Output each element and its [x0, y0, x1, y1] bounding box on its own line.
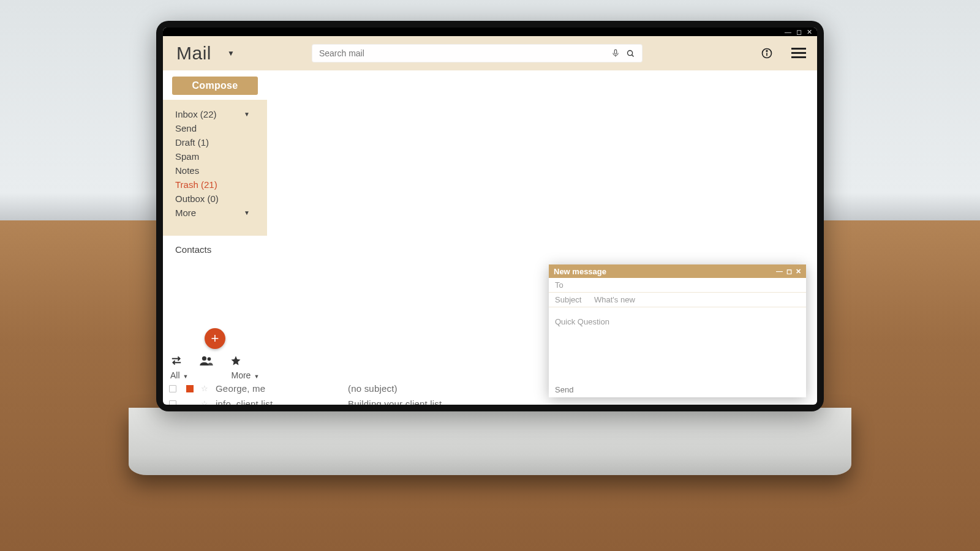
sidebar-item-more[interactable]: More▼: [175, 207, 261, 219]
svg-rect-6: [791, 48, 806, 50]
svg-rect-8: [791, 56, 806, 58]
sidebar-item-label: Inbox (22): [175, 109, 217, 119]
window-titlebar: — ◻ ✕: [163, 28, 817, 36]
sidebar-item-draft[interactable]: Draft (1): [175, 137, 261, 148]
row-checkbox[interactable]: [169, 385, 176, 392]
svg-point-5: [766, 50, 767, 51]
compose-close-button[interactable]: ✕: [796, 268, 801, 276]
window-minimize-button[interactable]: —: [785, 29, 791, 36]
sidebar: Compose Inbox (22)▼SendDraft (1)SpamNote…: [163, 70, 267, 370]
sidebar-item-contacts[interactable]: Contacts: [175, 244, 267, 255]
compose-minimize-button[interactable]: —: [776, 268, 783, 276]
compose-body[interactable]: Quick Question: [549, 307, 806, 381]
filter-all-dropdown[interactable]: All▼: [170, 370, 188, 380]
search-bar[interactable]: [312, 44, 643, 62]
app-title: Mail: [176, 43, 211, 64]
compose-subject-label: Subject: [555, 295, 583, 304]
people-icon[interactable]: [200, 355, 213, 366]
sidebar-item-trash[interactable]: Trash (21): [175, 179, 261, 190]
row-sender: George, me: [216, 383, 344, 394]
folder-list: Inbox (22)▼SendDraft (1)SpamNotesTrash (…: [163, 100, 267, 236]
chevron-down-icon: ▼: [244, 111, 250, 118]
sidebar-item-label: Outbox (0): [175, 193, 219, 204]
sidebar-item-spam[interactable]: Spam: [175, 151, 261, 162]
svg-line-2: [631, 54, 633, 56]
row-checkbox[interactable]: [169, 400, 176, 405]
svg-rect-0: [614, 50, 617, 54]
window-close-button[interactable]: ✕: [807, 29, 812, 36]
compose-button[interactable]: Compose: [172, 77, 258, 95]
filter-more-dropdown[interactable]: More▼: [231, 370, 259, 380]
table-row[interactable]: ☆info, client listBuilding your client l…: [163, 396, 817, 405]
sidebar-item-notes[interactable]: Notes: [175, 165, 261, 176]
compose-popup-title: New message: [554, 267, 606, 276]
header: Mail ▼: [163, 36, 817, 70]
fab-new-button[interactable]: +: [205, 328, 225, 349]
row-subject: Building your client list: [348, 399, 812, 405]
swap-icon[interactable]: [170, 355, 183, 366]
svg-point-1: [627, 50, 632, 55]
row-sender: info, client list: [216, 399, 344, 405]
chevron-down-icon: ▼: [244, 209, 250, 216]
sidebar-item-label: Notes: [175, 165, 199, 176]
compose-subject-field[interactable]: What's new: [594, 295, 635, 304]
info-icon[interactable]: [761, 47, 773, 59]
window-maximize-button[interactable]: ◻: [796, 29, 802, 36]
svg-rect-7: [791, 52, 806, 54]
compose-send-button[interactable]: Send: [555, 385, 573, 394]
menu-icon[interactable]: [791, 48, 806, 59]
sidebar-item-send[interactable]: Send: [175, 122, 261, 134]
row-marker: [186, 400, 194, 405]
row-marker: [186, 385, 194, 392]
row-star-icon[interactable]: ☆: [201, 384, 212, 393]
sidebar-item-label: More: [175, 208, 196, 218]
compose-maximize-button[interactable]: ◻: [786, 268, 792, 276]
search-icon[interactable]: [626, 49, 635, 58]
search-input[interactable]: [319, 48, 605, 58]
sidebar-item-label: Trash (21): [175, 179, 217, 190]
row-star-icon[interactable]: ☆: [201, 399, 212, 405]
compose-popup: New message — ◻ ✕ To Subject What's new: [549, 264, 806, 397]
sidebar-item-label: Draft (1): [175, 137, 209, 148]
sidebar-item-label: Send: [175, 123, 197, 133]
svg-point-9: [202, 356, 206, 361]
sidebar-item-outbox[interactable]: Outbox (0): [175, 193, 261, 204]
svg-point-10: [208, 357, 211, 361]
sidebar-item-inbox[interactable]: Inbox (22)▼: [175, 108, 261, 120]
app-dropdown-icon[interactable]: ▼: [227, 49, 235, 58]
compose-to-label: To: [555, 280, 583, 290]
star-icon[interactable]: [230, 355, 241, 366]
mic-icon[interactable]: [611, 48, 620, 58]
sidebar-item-label: Spam: [175, 151, 199, 162]
